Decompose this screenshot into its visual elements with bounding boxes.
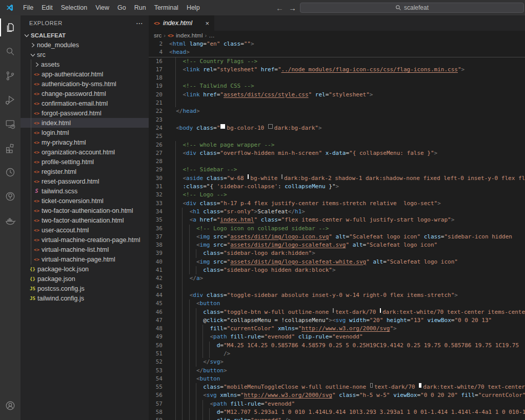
tab-index-html[interactable]: <> index.html × <box>149 15 214 31</box>
line-number: 33 <box>149 199 169 208</box>
code-line-38: 38<img src="assets/dist/img/logo-scalefe… <box>149 241 525 249</box>
breadcrumb-item--[interactable]: … <box>209 32 215 38</box>
tree-item-label: user-accout.html <box>42 227 89 234</box>
tree-item-app-authenicator-html[interactable]: <>app-authenicator.html <box>21 69 149 79</box>
live-server-icon[interactable] <box>0 160 21 184</box>
code-line-41: 41class="sidebar-logo hidden dark:block"… <box>149 266 525 274</box>
line-number: 22 <box>149 107 169 115</box>
color-swatch-light <box>220 124 225 129</box>
code-line-32: 32<!-- Logo --> <box>149 191 525 199</box>
menu-help[interactable]: Help <box>183 0 204 15</box>
html-file-icon: <> <box>33 130 41 135</box>
tree-item-package-json[interactable]: {}package.json <box>21 274 149 284</box>
color-swatch-light <box>419 383 421 388</box>
tree-item-profile-setting-html[interactable]: <>profile-setting.html <box>21 157 149 167</box>
menu-terminal[interactable]: Terminal <box>150 0 183 15</box>
html-file-icon: <> <box>33 121 41 126</box>
json-file-icon: {} <box>29 267 36 272</box>
line-number: 49 <box>149 333 169 341</box>
tree-item-assets[interactable]: assets <box>21 59 149 69</box>
code-line-54: 54<button <box>149 375 525 383</box>
remote-explorer-icon[interactable] <box>0 112 21 136</box>
tree-item-label: organization-account.html <box>42 149 115 156</box>
line-number: 42 <box>149 274 169 283</box>
code-line-43: 43 <box>149 283 525 291</box>
line-number: 25 <box>149 132 169 141</box>
todo-tree-icon[interactable] <box>0 184 21 208</box>
tree-item-forgot-password-html[interactable]: <>forgot-password.html <box>21 108 149 118</box>
tree-item-index-html[interactable]: <>index.html <box>21 118 149 128</box>
tree-item-label: register.html <box>42 168 76 175</box>
close-icon[interactable]: × <box>204 19 210 27</box>
tree-item-two-factor-authenication-html[interactable]: <>two-factor-authenication.html <box>21 215 149 225</box>
explorer-actions-icon[interactable]: ⋯ <box>136 19 144 27</box>
menu-go[interactable]: Go <box>113 0 130 15</box>
line-number: 37 <box>149 233 169 241</box>
menu-run[interactable]: Run <box>130 0 150 15</box>
search-icon[interactable] <box>0 39 21 64</box>
line-number: 39 <box>149 249 169 257</box>
source-control-icon[interactable] <box>0 64 21 88</box>
tree-item-login-html[interactable]: <>login.html <box>21 128 149 137</box>
tree-item-label: SCALEFEAT <box>31 32 66 38</box>
breadcrumb-item-index-html[interactable]: index.html <box>176 32 203 38</box>
code-line-36: 36<!-- Logo icon on collapsed sidebar --… <box>149 225 525 233</box>
code-line-34: 34<h1 class="sr-only">Scalefeat</h1> <box>149 208 525 216</box>
tree-item-register-html[interactable]: <>register.html <box>21 167 149 176</box>
line-number: 41 <box>149 266 169 274</box>
docker-icon[interactable] <box>0 208 21 232</box>
json-file-icon: {} <box>29 276 36 282</box>
code-line-16: 16<!-- Country Flags --> <box>149 57 525 66</box>
tree-item-user-accout-html[interactable]: <>user-accout.html <box>21 225 149 235</box>
explorer-icon[interactable] <box>0 15 21 39</box>
html-file-icon: <> <box>33 257 41 262</box>
run-and-debug-icon[interactable] <box>0 88 21 112</box>
tree-item-label: postcss.config.js <box>37 285 85 292</box>
tree-item-change-password-html[interactable]: <>change-password.html <box>21 89 149 98</box>
tree-item-ticket-conversion-html[interactable]: <>ticket-conversion.html <box>21 196 149 206</box>
tree-item-confirmation-email-html[interactable]: <>confirmation-email.html <box>21 98 149 108</box>
account-icon[interactable] <box>0 394 21 417</box>
tree-item-organization-account-html[interactable]: <>organization-account.html <box>21 147 149 157</box>
extensions-icon[interactable] <box>0 136 21 160</box>
line-number: 55 <box>149 383 169 391</box>
tree-item-src[interactable]: src <box>21 50 149 59</box>
tree-item-virtual-machine-creation-page-html[interactable]: <>virtual-machine-creation-page.html <box>21 235 149 245</box>
tree-item-tailwind-scss[interactable]: Stailwind.scss <box>21 186 149 196</box>
html-file-icon: <> <box>33 208 41 213</box>
tree-item-two-factor-authenication-on-html[interactable]: <>two-factor-authenication-on.html <box>21 206 149 215</box>
nav-forward-icon[interactable]: → <box>289 4 296 12</box>
tree-item-postcss-config-js[interactable]: JSpostcss.config.js <box>21 284 149 293</box>
code-editor[interactable]: 16<!-- Country Flags -->17<link rel="sty… <box>149 57 525 420</box>
command-center-search[interactable]: scalefeat <box>300 3 524 13</box>
tree-item-label: change-password.html <box>42 90 106 97</box>
tree-item-label: virtual-machine-creation-page.html <box>42 236 140 244</box>
code-line-23: 23 <box>149 116 525 124</box>
file-tree: SCALEFEATnode_modulessrcassets<>app-auth… <box>21 30 149 303</box>
breadcrumb-item-src[interactable]: src <box>154 32 161 38</box>
tree-item-my-privacy-html[interactable]: <>my-privacy.html <box>21 137 149 147</box>
tree-item-authenication-by-sms-html[interactable]: <>authenication-by-sms.html <box>21 79 149 89</box>
tree-item-virtual-machine-page-html[interactable]: <>virtual-machine-page.html <box>21 254 149 264</box>
tree-item-reset-password-html[interactable]: <>reset-password.html <box>21 176 149 186</box>
tree-item-virtual-machine-list-html[interactable]: <>virtual-machine-list.html <box>21 245 149 254</box>
tree-item-tailwind-config-js[interactable]: JStailwind.config.js <box>21 293 149 303</box>
line-number: 38 <box>149 241 169 249</box>
menu-file[interactable]: File <box>19 0 37 15</box>
tree-item-package-lock-json[interactable]: {}package-lock.json <box>21 264 149 274</box>
tree-item-node-modules[interactable]: node_modules <box>21 40 149 50</box>
tree-item-label: index.html <box>42 119 71 127</box>
menu-bar: FileEditSelectionViewGoRunTerminalHelp <box>19 0 204 15</box>
html-file-icon: <> <box>33 228 41 233</box>
tree-root-scalefeat[interactable]: SCALEFEAT <box>21 30 149 40</box>
menu-selection[interactable]: Selection <box>57 0 91 15</box>
html-file-icon: <> <box>33 179 41 184</box>
chevron-down-icon <box>23 31 31 39</box>
color-swatch-dark <box>370 383 373 388</box>
chevron-right-icon <box>29 41 37 49</box>
menu-view[interactable]: View <box>91 0 113 15</box>
color-swatch-dark <box>281 174 282 179</box>
nav-back-icon[interactable]: ← <box>276 4 284 12</box>
menu-edit[interactable]: Edit <box>37 0 57 15</box>
code-line-18: 18 <box>149 74 525 82</box>
